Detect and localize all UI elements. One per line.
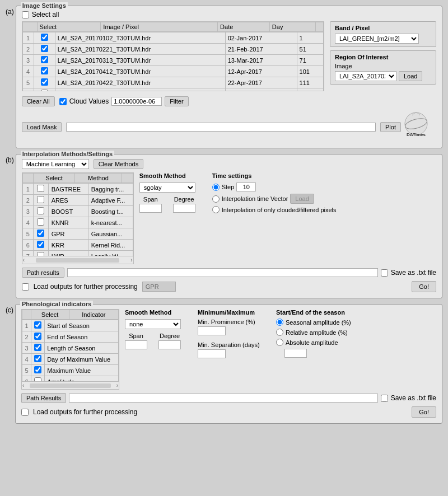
indicator-check[interactable]: [31, 376, 45, 382]
degree-input[interactable]: 2: [173, 204, 195, 213]
row-date: 21-Feb-2017: [225, 44, 297, 55]
row-image: LAI_S2A_20170502_T30TUM.hdr: [55, 88, 225, 91]
min-separation-input[interactable]: 100: [198, 349, 226, 358]
method-check[interactable]: [33, 240, 48, 251]
method-check[interactable]: [33, 217, 48, 228]
pheno-span-input[interactable]: 7: [125, 340, 147, 349]
pheno-table-scroll[interactable]: ‹›: [22, 381, 119, 389]
span-input[interactable]: 7: [139, 204, 162, 213]
plot-button[interactable]: Plot: [380, 122, 401, 132]
indicator-check[interactable]: [31, 343, 45, 354]
indicator-check[interactable]: [31, 354, 45, 365]
save-txt-label: Save as .txt file: [391, 269, 436, 277]
path-results-input[interactable]: C:\Artmo\ARTMO318\plugins\DATimeS\output: [67, 268, 378, 277]
relative-amp-radio[interactable]: [276, 329, 283, 336]
row-check[interactable]: [34, 55, 55, 66]
interp-load-button[interactable]: Load: [290, 194, 314, 204]
method-desc: k-nearest...: [88, 217, 133, 228]
row-check[interactable]: [34, 88, 55, 91]
row-image: LAI_S2A_20170422_T30TUM.hdr: [55, 77, 225, 88]
load-mask-button[interactable]: Load Mask: [22, 122, 62, 132]
method-desc: Kernel Rid...: [88, 240, 133, 251]
minmax-label: Minimum/Maximum: [198, 309, 270, 316]
image-table-row: 5 LAI_S2A_20170422_T30TUM.hdr 22-Apr-201…: [22, 77, 323, 88]
row-image: LAI_S2A_20170412_T30TUM.hdr: [55, 66, 225, 77]
row-check[interactable]: [34, 32, 55, 44]
pheno-smooth-select[interactable]: none sgolay lowess: [125, 319, 181, 329]
roi-load-button[interactable]: Load: [399, 71, 422, 81]
method-table-scroll[interactable]: ‹›: [22, 256, 133, 264]
indicator-num: 3: [22, 343, 31, 354]
load-outputs-checkbox[interactable]: [22, 283, 29, 291]
cloud-values-checkbox[interactable]: [59, 98, 67, 105]
step-radio[interactable]: [212, 184, 220, 191]
row-day: 111: [297, 77, 323, 88]
panel-c-label: (c): [6, 304, 13, 314]
method-check[interactable]: [33, 184, 48, 195]
row-check[interactable]: [34, 44, 55, 55]
ml-dropdown[interactable]: Machine Learning: [22, 159, 89, 169]
indicator-table-row: 4 Day of Maximum Value: [22, 354, 119, 365]
indicator-check[interactable]: [31, 331, 45, 343]
clear-methods-button[interactable]: Clear Methods: [94, 159, 144, 169]
path-results-button[interactable]: Path results: [22, 268, 64, 278]
filter-button[interactable]: Filter: [165, 96, 188, 106]
indicator-name: Length of Season: [45, 343, 119, 354]
row-check[interactable]: [34, 77, 55, 88]
smooth-method-select[interactable]: sgolay none lowess: [139, 183, 195, 193]
cloud-values-input[interactable]: 1.0000000e-06: [111, 97, 162, 106]
step-input[interactable]: 10: [236, 183, 256, 191]
method-desc: Boosting t...: [88, 206, 133, 217]
interp-time-vector-label: Interpolation time Vector: [222, 195, 288, 202]
seasonal-amp-radio[interactable]: [276, 319, 283, 326]
pheno-path-results-button[interactable]: Path Results: [21, 393, 66, 403]
time-settings-label: Time settings: [212, 172, 337, 179]
indicator-table-row: 2 End of Season: [22, 331, 119, 343]
method-col-select: Select: [34, 174, 75, 183]
pheno-smooth-label: Smooth Method: [125, 309, 192, 316]
image-table-row: 3 LAI_S2A_20170313_T30TUM.hdr 13-Mar-201…: [22, 55, 323, 66]
gpr-dropdown[interactable]: GPR: [142, 282, 176, 292]
method-check[interactable]: [33, 195, 48, 206]
method-num: 5: [22, 228, 33, 240]
go-button-interp[interactable]: Go!: [412, 281, 436, 292]
method-desc: Locally-W...: [88, 251, 133, 256]
minmax-box: Minimum/Maximum Min. Prominence (%) 20 M…: [198, 309, 270, 390]
indicator-name: Maximum Value: [45, 365, 119, 376]
seasonal-amp-label: Seasonal amplitude (%): [286, 319, 351, 326]
pheno-path-results-input[interactable]: C:\Artmo\ARTMO318\plugins\DATimeS\output: [69, 394, 377, 403]
indicator-num: 4: [22, 354, 31, 365]
cloud-values-label: Cloud Values: [69, 97, 109, 105]
go-button-pheno[interactable]: Go!: [412, 406, 436, 418]
clear-all-button[interactable]: Clear All: [22, 96, 55, 106]
band-pixel-select[interactable]: LAI_GREEN_[m2/m2]: [335, 34, 419, 44]
roi-image-select[interactable]: LAI_S2A_20170221_T...: [335, 71, 396, 81]
method-check[interactable]: [33, 228, 48, 240]
load-outputs-label: Load outputs for further processing: [34, 283, 138, 291]
pheno-degree-input[interactable]: 2: [158, 340, 181, 349]
absolute-amp-radio[interactable]: [276, 339, 283, 346]
indicator-check[interactable]: [31, 320, 45, 331]
smooth-method-label: Smooth Method: [139, 172, 207, 179]
method-check[interactable]: [33, 251, 48, 256]
interp-clouded-label: Interpolation of only clouded/filtered p…: [222, 207, 337, 213]
method-col-num: [22, 174, 33, 183]
roi-image-label: Image: [335, 63, 431, 69]
interp-clouded-radio[interactable]: [212, 206, 220, 213]
method-name: KRR: [48, 240, 88, 251]
row-check[interactable]: [34, 66, 55, 77]
save-txt-checkbox[interactable]: [381, 269, 388, 277]
pheno-load-outputs-checkbox[interactable]: [21, 409, 29, 416]
select-all-checkbox[interactable]: [22, 11, 29, 18]
band-pixel-label: Band / Pixel: [335, 25, 431, 31]
min-prominence-input[interactable]: 20: [198, 326, 226, 335]
absolute-value-input[interactable]: 30: [284, 349, 307, 358]
method-check[interactable]: [33, 206, 48, 217]
degree-label: Degree: [174, 196, 194, 203]
min-prominence-label: Min. Prominence (%): [198, 319, 270, 325]
mask-path-input[interactable]: [66, 123, 376, 132]
pheno-save-txt-checkbox[interactable]: [381, 395, 388, 402]
interp-time-vector-radio[interactable]: [212, 195, 220, 203]
indicator-check[interactable]: [31, 365, 45, 376]
method-num: 4: [22, 217, 33, 228]
